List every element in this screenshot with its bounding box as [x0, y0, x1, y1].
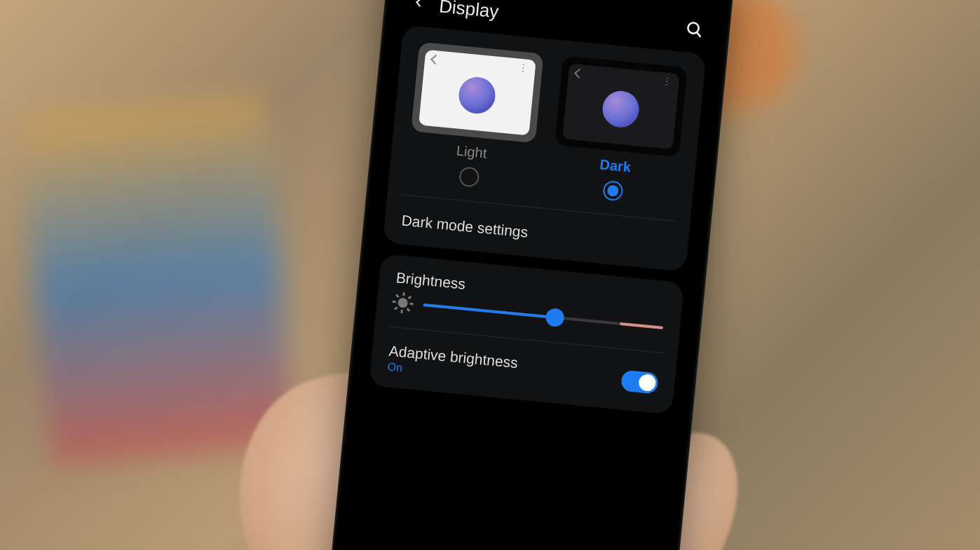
light-preview — [411, 41, 543, 142]
brightness-high-zone — [620, 322, 663, 329]
theme-option-dark[interactable]: Dark — [547, 55, 689, 207]
settings-content: Light Dark Dark mode settings — [359, 24, 716, 415]
adaptive-brightness-toggle[interactable] — [620, 369, 659, 394]
signal-icon — [678, 0, 693, 1]
dark-mode-settings-row[interactable]: Dark mode settings — [397, 205, 677, 256]
brightness-icon — [393, 293, 412, 312]
theme-dark-radio[interactable] — [602, 179, 624, 201]
brightness-thumb[interactable] — [545, 307, 565, 326]
page-title: Display — [438, 0, 500, 22]
phone-in-hand: 12:26 — [329, 0, 734, 550]
phone-screen: 12:26 — [341, 0, 723, 550]
theme-light-label: Light — [456, 142, 487, 161]
dark-preview — [554, 55, 687, 156]
svg-line-10 — [697, 32, 701, 36]
back-button[interactable] — [404, 0, 432, 18]
theme-panel: Light Dark Dark mode settings — [383, 25, 707, 271]
brightness-panel: Brightness — [369, 254, 684, 415]
theme-option-light[interactable]: Light — [404, 41, 545, 193]
adaptive-brightness-row[interactable]: Adaptive brightness On — [383, 336, 664, 399]
theme-light-radio[interactable] — [458, 166, 480, 188]
battery-icon — [696, 0, 707, 3]
search-button[interactable] — [683, 19, 704, 41]
theme-options-row: Light Dark — [401, 39, 693, 211]
theme-dark-label: Dark — [599, 156, 632, 175]
phone-frame: 12:26 — [329, 0, 734, 550]
